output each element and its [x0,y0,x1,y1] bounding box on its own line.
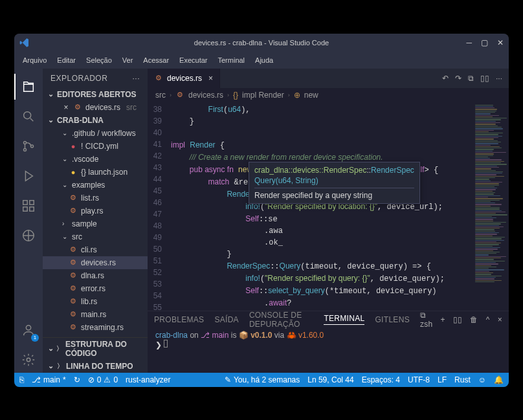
minimap[interactable] [473,102,509,311]
tree-item[interactable]: ⌄.github / workflows [43,127,148,140]
tree-item[interactable]: ⌄examples [43,179,148,192]
settings-icon[interactable] [14,347,43,373]
tree-item[interactable]: ⌄.vscode [43,153,148,166]
tree-item[interactable]: ⚙streaming.rs [43,321,148,334]
more-icon[interactable]: ··· [496,74,502,83]
explorer-icon[interactable] [14,74,43,100]
tree-item[interactable]: ⚙devices.rs [43,256,148,269]
editor-actions: ↶ ↷ ⧉ ▯▯ ··· [436,69,509,88]
menu-ver[interactable]: Ver [118,54,138,66]
activity-bar: 1 [14,69,43,373]
rust-icon: ⚙ [73,103,82,112]
tree-item[interactable]: ⚙list.rs [43,192,148,204]
go-back-icon[interactable]: ↶ [442,74,449,83]
maximize-icon[interactable]: ^ [486,315,490,324]
tab-devices[interactable]: ⚙ devices.rs × [148,69,220,88]
split-icon[interactable]: ▯▯ [480,74,489,83]
svg-rect-4 [23,200,27,204]
maximize-icon[interactable]: ▢ [481,38,488,47]
menubar: ArquivoEditarSeleçãoVerAcessarExecutarTe… [14,52,509,69]
status-bell-icon[interactable]: 🔔 [494,375,504,384]
panel-tab-gitlens[interactable]: GITLENS [375,315,409,324]
open-editor-item[interactable]: × ⚙ devices.rs src [43,101,148,114]
split-icon[interactable]: ▯▯ [453,315,463,324]
code-editor[interactable]: 3839404142434445464748495051525354555657… [148,102,509,311]
tab-close-icon[interactable]: × [208,74,213,83]
status-bar: ⎘ ⎇ main* ↻ ⊘ 0 ⚠ 0 rust-analyzer ✎ You,… [14,373,509,387]
svg-point-2 [23,148,26,151]
svg-point-0 [24,111,31,118]
svg-rect-7 [30,206,34,210]
account-icon[interactable]: 1 [14,317,43,343]
status-encoding[interactable]: UTF-8 [408,375,430,384]
menu-ajuda[interactable]: Ajuda [250,54,278,66]
svg-rect-6 [23,206,27,210]
minimize-icon[interactable]: ─ [466,38,472,47]
menu-terminal[interactable]: Terminal [214,54,250,66]
status-eol[interactable]: LF [438,375,447,384]
scm-icon[interactable] [14,133,43,159]
go-forward-icon[interactable]: ↷ [455,74,462,83]
editor-group: ⚙ devices.rs × ↶ ↷ ⧉ ▯▯ ··· src› ⚙device… [148,69,509,373]
status-git-blame[interactable]: ✎ You, há 2 semanas [225,375,300,384]
tree-item[interactable]: ⚙cli.rs [43,243,148,256]
status-sync[interactable]: ↻ [74,375,80,384]
breadcrumb[interactable]: src› ⚙devices.rs› {}impl Render› ⊕new [148,88,509,102]
panel-tab-console de depuração[interactable]: CONSOLE DE DEPURAÇÃO [249,311,314,329]
status-spaces[interactable]: Espaços: 4 [362,375,400,384]
close-icon[interactable]: × [62,103,70,112]
tree-item[interactable]: ●! CICD.yml [43,140,148,153]
close-icon[interactable]: ✕ [497,38,504,47]
extensions-icon[interactable] [14,193,43,219]
search-icon[interactable] [14,104,43,129]
more-icon[interactable]: ··· [132,74,140,83]
menu-seleção[interactable]: Seleção [82,54,117,66]
code-content[interactable]: First(u64), } impl Render { /// Create a… [171,102,473,311]
terminal[interactable]: crab-dlna on ⎇ main is 📦 v0.1.0 via 🦀 v1… [148,328,509,373]
status-remote[interactable]: ⎘ [19,375,24,384]
svg-point-9 [26,325,30,329]
panel-tab-terminal[interactable]: TERMINAL [324,314,364,325]
tree-item[interactable]: ›sample [43,217,148,230]
sidebar: EXPLORADOR ··· EDITORES ABERTOS × ⚙ devi… [43,69,148,373]
tree-item[interactable]: ⚙dlna.rs [43,269,148,282]
remote-icon[interactable] [14,223,43,249]
shell-select[interactable]: ⧉ zsh [420,311,433,329]
outline-section[interactable]: 〉ESTRUTURA DO CÓDIGO [43,337,148,360]
open-editors-section[interactable]: EDITORES ABERTOS [43,88,148,101]
hover-tooltip: crab_dlna::devices::RenderSpec::RenderSp… [249,162,420,204]
editor-tabs: ⚙ devices.rs × ↶ ↷ ⧉ ▯▯ ··· [148,69,509,88]
status-lang[interactable]: Rust [454,375,471,384]
tree-item[interactable]: ⚙play.rs [43,204,148,217]
tree-item[interactable]: ⚙lib.rs [43,295,148,308]
status-branch[interactable]: ⎇ main* [32,375,66,384]
trash-icon[interactable]: 🗑 [470,315,478,324]
debug-icon[interactable] [14,163,43,189]
close-panel-icon[interactable]: × [498,315,502,324]
vscode-icon [19,38,30,48]
panel-tab-saída[interactable]: SAÍDA [214,315,239,324]
svg-point-10 [27,358,30,362]
tree-item[interactable]: ⚙main.rs [43,308,148,321]
tree-item[interactable]: ●{} launch.json [43,166,148,179]
menu-executar[interactable]: Executar [175,54,212,66]
folder-section[interactable]: CRAB-DLNA [43,114,148,127]
status-feedback-icon[interactable]: ☺ [478,375,486,384]
compare-icon[interactable]: ⧉ [468,74,474,83]
menu-editar[interactable]: Editar [52,54,80,66]
svg-point-1 [23,141,26,144]
status-analyzer[interactable]: rust-analyzer [126,375,170,384]
titlebar: devices.rs - crab-dlna - Visual Studio C… [14,34,509,52]
panel-tab-problemas[interactable]: PROBLEMAS [154,315,204,324]
rust-icon: ⚙ [154,74,163,83]
file-tree: ⌄.github / workflows●! CICD.yml⌄.vscode●… [43,127,148,337]
status-cursor[interactable]: Ln 59, Col 44 [307,375,353,384]
menu-arquivo[interactable]: Arquivo [18,54,51,66]
bottom-panel: PROBLEMASSAÍDACONSOLE DE DEPURAÇÃOTERMIN… [148,311,509,373]
menu-acessar[interactable]: Acessar [139,54,173,66]
tree-item[interactable]: ⌄src [43,230,148,243]
status-problems[interactable]: ⊘ 0 ⚠ 0 [88,375,118,384]
add-terminal-icon[interactable]: + [441,315,445,324]
timeline-section[interactable]: 〉LINHA DO TEMPO [43,360,148,373]
tree-item[interactable]: ⚙error.rs [43,282,148,295]
